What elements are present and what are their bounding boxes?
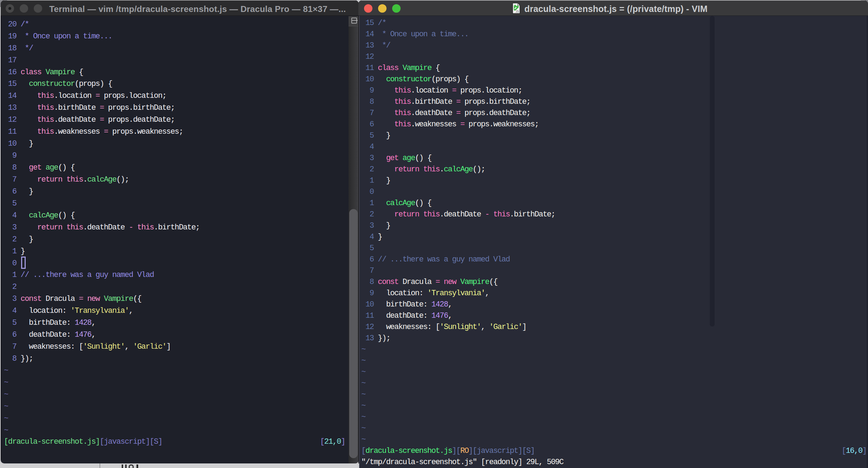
svg-text:JS: JS (516, 10, 519, 13)
